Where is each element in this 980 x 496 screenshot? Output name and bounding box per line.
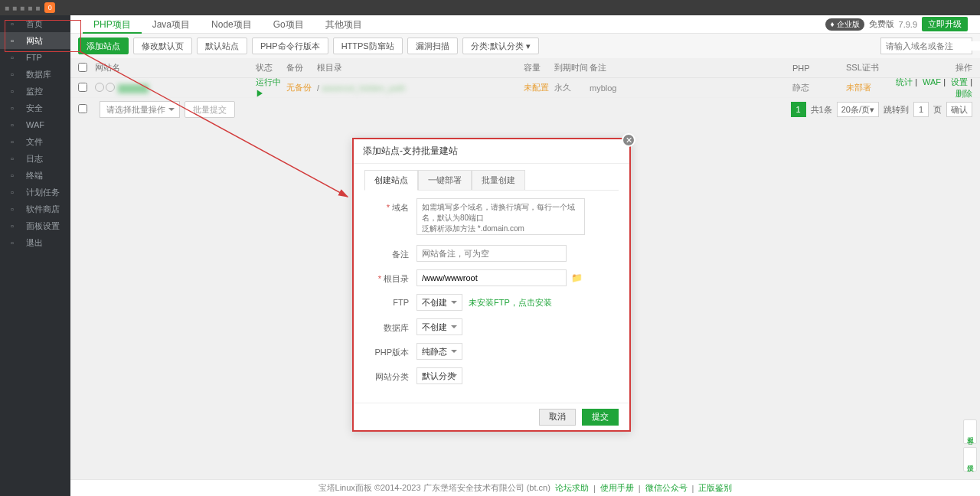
- op-stat[interactable]: 统计: [896, 77, 913, 86]
- table-header: 网站名 状态 备份 根目录 容量 到期时间 备注 PHP SSL证书 操作: [70, 58, 980, 78]
- monitor-icon: ▫: [11, 86, 20, 96]
- notification-badge[interactable]: 0: [44, 2, 55, 13]
- modal-tab-2[interactable]: 批量创建: [472, 170, 525, 190]
- footer-wechat[interactable]: 微信公众号: [645, 482, 688, 494]
- sidebar-item-8[interactable]: ▫日志: [0, 150, 70, 167]
- footer-verify[interactable]: 正版鉴别: [698, 482, 732, 494]
- note-cell[interactable]: myblog: [590, 83, 792, 93]
- page-go-button[interactable]: 确认: [946, 102, 972, 117]
- default-site-button[interactable]: 默认站点: [197, 38, 247, 54]
- ftp-icon: ▫: [11, 53, 20, 62]
- cap-cell[interactable]: 未配置: [524, 82, 554, 93]
- cat-select[interactable]: 默认分类: [416, 367, 462, 384]
- sidebar-item-label: 首页: [26, 18, 43, 30]
- op-set[interactable]: 设置: [951, 77, 968, 86]
- ftp-select[interactable]: 不创建: [416, 294, 462, 311]
- version-text: 7.9.9: [899, 20, 917, 29]
- mod-default-button[interactable]: 修改默认页: [133, 38, 192, 54]
- sidebar-item-6[interactable]: ▫WAF: [0, 116, 70, 133]
- backup-cell[interactable]: 无备份: [286, 82, 317, 93]
- col-php: PHP: [792, 64, 846, 73]
- search-box: 🔍: [880, 38, 972, 54]
- op-del[interactable]: 删除: [956, 89, 972, 98]
- ssl-cell[interactable]: 未部署: [846, 82, 892, 93]
- pro-badge[interactable]: ♦ 企业版: [825, 18, 864, 31]
- select-all-checkbox[interactable]: [78, 63, 87, 72]
- page-size[interactable]: 20条/页 ▾: [837, 102, 879, 117]
- site-toolbar: 添加站点 修改默认页 默认站点 PHP命令行版本 HTTPS防窜站 漏洞扫描 分…: [70, 34, 980, 58]
- sidebar-item-label: FTP: [26, 53, 42, 62]
- domain-input[interactable]: [416, 198, 585, 235]
- submit-button[interactable]: 提交: [582, 409, 619, 426]
- sidebar-item-11[interactable]: ▫软件商店: [0, 201, 70, 217]
- feedback-button[interactable]: 反馈: [963, 447, 977, 472]
- footer-manual[interactable]: 使用手册: [600, 482, 634, 494]
- db-select[interactable]: 不创建: [416, 318, 462, 335]
- row-checkbox[interactable]: [78, 83, 87, 92]
- exp-cell[interactable]: 永久: [554, 82, 590, 93]
- sidebar-item-label: 网站: [26, 35, 43, 47]
- batch-submit-button[interactable]: 批量提交: [185, 101, 235, 118]
- upgrade-button[interactable]: 立即升级: [922, 17, 968, 31]
- file-icon: ▫: [11, 137, 20, 146]
- sys-indicators: ■■■■■: [5, 4, 40, 12]
- sidebar-item-3[interactable]: ▫数据库: [0, 66, 70, 83]
- page-current[interactable]: 1: [791, 102, 806, 117]
- tab-4[interactable]: 其他项目: [315, 15, 373, 34]
- root-input[interactable]: [416, 269, 567, 286]
- tab-0[interactable]: PHP项目: [83, 15, 142, 34]
- sidebar-item-10[interactable]: ▫计划任务: [0, 184, 70, 201]
- close-icon[interactable]: ✕: [622, 133, 635, 147]
- ftp-hint[interactable]: 未安装FTP，点击安装: [469, 298, 552, 307]
- col-name[interactable]: 网站名: [95, 62, 256, 73]
- col-backup: 备份: [286, 62, 317, 73]
- page-jump-input[interactable]: 1: [913, 102, 929, 117]
- php-cell[interactable]: 静态: [792, 82, 846, 93]
- folder-icon[interactable]: 📁: [571, 272, 583, 283]
- category-select[interactable]: 分类:默认分类 ▾: [462, 38, 539, 54]
- sidebar-item-0[interactable]: ▫首页: [0, 15, 70, 32]
- service-button[interactable]: 客服: [963, 419, 977, 444]
- sidebar-item-5[interactable]: ▫安全: [0, 100, 70, 116]
- tab-2[interactable]: Node项目: [201, 15, 263, 34]
- ops-cell: 统计 | WAF | 设置 | 删除: [892, 77, 972, 100]
- scan-button[interactable]: 漏洞扫描: [407, 38, 458, 54]
- tab-1[interactable]: Java项目: [142, 15, 201, 34]
- sidebar-item-13[interactable]: ▫退出: [0, 234, 70, 251]
- note-input[interactable]: [416, 245, 567, 262]
- sidebar-item-12[interactable]: ▫面板设置: [0, 217, 70, 234]
- store-icon: ▫: [11, 204, 20, 214]
- modal-tab-0[interactable]: 创建站点: [364, 170, 418, 191]
- waf-icon: ▫: [11, 120, 20, 129]
- sidebar-item-7[interactable]: ▫文件: [0, 133, 70, 150]
- footer-forum[interactable]: 论坛求助: [555, 482, 589, 494]
- col-exp[interactable]: 到期时间: [554, 62, 590, 73]
- php-cli-button[interactable]: PHP命令行版本: [252, 38, 328, 54]
- free-badge: 免费版: [869, 18, 894, 30]
- search-input[interactable]: [886, 41, 980, 51]
- col-note: 备注: [590, 62, 792, 73]
- col-ssl: SSL证书: [846, 62, 892, 73]
- status-cell[interactable]: 运行中▶: [256, 77, 286, 100]
- modal-title: 添加站点-支持批量建站: [354, 139, 629, 164]
- home-icon: ▫: [11, 19, 20, 28]
- settings-icon: ▫: [11, 221, 20, 230]
- cancel-button[interactable]: 取消: [539, 409, 576, 426]
- https-button[interactable]: HTTPS防窜站: [333, 38, 403, 54]
- sidebar-item-9[interactable]: ▫终端: [0, 167, 70, 184]
- batch-checkbox[interactable]: [78, 104, 87, 113]
- phpver-select[interactable]: 纯静态: [416, 343, 462, 360]
- sidebar-item-4[interactable]: ▫监控: [0, 83, 70, 100]
- page-unit: 页: [933, 104, 942, 116]
- sidebar-item-2[interactable]: ▫FTP: [0, 49, 70, 66]
- sidebar-item-1[interactable]: ▫网站: [0, 32, 70, 49]
- col-status: 状态: [256, 62, 286, 73]
- root-cell[interactable]: / wwwroot_hidden_path: [317, 83, 524, 93]
- batch-select[interactable]: 请选择批量操作: [100, 101, 180, 118]
- add-site-button[interactable]: 添加站点: [78, 38, 129, 54]
- system-topbar: ■■■■■ 0: [0, 0, 980, 15]
- site-name-link[interactable]: [118, 84, 149, 93]
- modal-tab-1[interactable]: 一键部署: [418, 170, 472, 190]
- tab-3[interactable]: Go项目: [263, 15, 315, 34]
- op-waf[interactable]: WAF: [923, 77, 941, 86]
